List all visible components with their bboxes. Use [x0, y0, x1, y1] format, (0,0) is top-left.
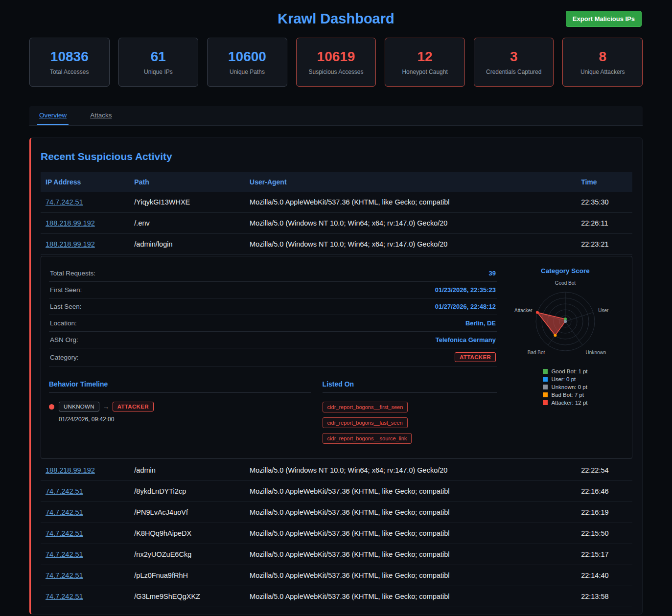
export-malicious-ips-button[interactable]: Export Malicious IPs — [566, 11, 642, 27]
field-value: 01/23/2026, 22:35:23 — [435, 286, 496, 294]
legend-item: Unknown: 0 pt — [543, 384, 587, 390]
path-cell: /8ykdLnDYTi2cp — [129, 481, 245, 502]
detail-field-total-requests: Total Requests: 39 — [49, 265, 497, 282]
stat-card-unique-ips: 61 Unique IPs — [118, 38, 199, 87]
stat-label: Total Accesses — [50, 68, 89, 75]
detail-field-first-seen: First Seen: 01/23/2026, 22:35:23 — [49, 282, 497, 298]
ip-link[interactable]: 74.7.242.51 — [46, 571, 83, 579]
ua-cell: Mozilla/5.0 AppleWebKit/537.36 (KHTML, l… — [245, 586, 576, 607]
listed-on-badges: cidr_report_bogons__first_seen cidr_repo… — [323, 402, 497, 444]
legend-item: Good Bot: 1 pt — [543, 368, 587, 374]
table-row[interactable]: 74.7.242.51 /PN9LvAcJ4uoVf Mozilla/5.0 A… — [41, 502, 632, 523]
path-cell: /pLz0Fnua9fRhH — [129, 565, 245, 586]
listed-on-chip[interactable]: cidr_report_bogons__first_seen — [323, 402, 408, 412]
listed-on-chip[interactable]: cidr_report_bogons__source_link — [323, 433, 412, 444]
stat-card-unique-paths: 10600 Unique Paths — [207, 38, 287, 87]
stat-value: 10600 — [228, 49, 266, 65]
field-value: Berlin, DE — [465, 319, 496, 327]
time-cell: 22:16:46 — [576, 481, 632, 502]
ip-link[interactable]: 74.7.242.51 — [46, 198, 83, 206]
path-cell: /admin/login — [129, 234, 245, 255]
field-label: Category: — [50, 354, 79, 361]
table-row[interactable]: 74.7.242.51 /pLz0Fnua9fRhH Mozilla/5.0 A… — [41, 565, 632, 586]
stat-label: Honeypot Caught — [402, 68, 447, 75]
field-label: ASN Org: — [50, 336, 78, 343]
legend-swatch-bad-bot — [543, 392, 548, 397]
ip-link[interactable]: 74.7.242.51 — [46, 550, 83, 558]
ua-cell: Mozilla/5.0 (Windows NT 10.0; Win64; x64… — [245, 234, 576, 255]
tab-overview[interactable]: Overview — [37, 106, 69, 125]
ua-cell: Mozilla/5.0 AppleWebKit/537.36 (KHTML, l… — [245, 565, 576, 586]
time-cell: 22:13:58 — [576, 586, 632, 607]
table-row[interactable]: 74.7.242.51 /YiqykGI13WHXE Mozilla/5.0 A… — [41, 192, 632, 213]
legend-swatch-user — [543, 377, 548, 382]
behavior-timeline-section: Behavior Timeline UNKNOWN → ATTACKER 01/… — [49, 380, 311, 444]
stat-value: 12 — [417, 49, 433, 65]
stat-label: Unique Paths — [230, 68, 265, 75]
legend-swatch-attacker — [543, 400, 548, 405]
path-cell: /G3Lme9ShEQgXKZ — [129, 586, 245, 607]
svg-text:Unknown: Unknown — [586, 350, 606, 355]
col-header-ip: IP Address — [41, 172, 129, 192]
activity-table-continued: 188.218.99.192 /admin Mozilla/5.0 (Windo… — [41, 460, 632, 607]
tab-attacks[interactable]: Attacks — [88, 106, 114, 125]
table-row[interactable]: 74.7.242.51 /8ykdLnDYTi2cp Mozilla/5.0 A… — [41, 481, 632, 502]
field-value: 01/27/2026, 22:48:12 — [435, 303, 496, 310]
legend-swatch-unknown — [543, 385, 548, 389]
header: Krawl Dashboard Export Malicious IPs — [29, 0, 643, 28]
detail-field-asn-org: ASN Org: Telefonica Germany — [49, 332, 497, 348]
ip-link[interactable]: 188.218.99.192 — [46, 466, 95, 474]
ua-cell: Mozilla/5.0 AppleWebKit/537.36 (KHTML, l… — [245, 481, 576, 502]
legend-label: Unknown: 0 pt — [551, 384, 587, 390]
ip-link[interactable]: 74.7.242.51 — [46, 593, 83, 600]
legend-swatch-good-bot — [543, 369, 548, 374]
ip-link[interactable]: 188.218.99.192 — [46, 240, 95, 248]
path-cell: /PN9LvAcJ4uoVf — [129, 502, 245, 523]
ua-cell: Mozilla/5.0 AppleWebKit/537.36 (KHTML, l… — [245, 192, 576, 213]
radar-chart-svg: Good BotUserUnknownBad BotAttacker — [507, 276, 624, 363]
legend-item: User: 0 pt — [543, 376, 587, 382]
table-row[interactable]: 188.218.99.192 /.env Mozilla/5.0 (Window… — [41, 213, 632, 234]
detail-field-last-seen: Last Seen: 01/27/2026, 22:48:12 — [49, 298, 497, 315]
radar-chart-title: Category Score — [541, 267, 590, 274]
legend-label: Attacker: 12 pt — [551, 400, 587, 406]
radar-legend: Good Bot: 1 pt User: 0 pt Unknown: 0 pt … — [543, 366, 587, 408]
time-cell: 22:22:54 — [576, 460, 632, 481]
table-row[interactable]: 74.7.242.51 /G3Lme9ShEQgXKZ Mozilla/5.0 … — [41, 586, 632, 607]
dashboard-page: Krawl Dashboard Export Malicious IPs 108… — [0, 0, 672, 616]
ip-link[interactable]: 74.7.242.51 — [46, 508, 83, 516]
listed-on-title: Listed On — [323, 380, 497, 393]
recent-suspicious-activity-panel: Recent Suspicious Activity IP Address Pa… — [29, 137, 643, 615]
stat-value: 3 — [510, 49, 518, 65]
col-header-time: Time — [576, 172, 632, 192]
col-header-ua: User-Agent — [245, 172, 576, 192]
table-row[interactable]: 74.7.242.51 /K8HQq9hAipeDX Mozilla/5.0 A… — [41, 523, 632, 544]
category-badge: ATTACKER — [455, 352, 496, 362]
stat-card-credentials-captured: 3 Credentials Captured — [474, 38, 554, 87]
ip-link[interactable]: 74.7.242.51 — [46, 487, 83, 495]
time-cell: 22:14:40 — [576, 565, 632, 586]
table-row[interactable]: 74.7.242.51 /nx2yUOZuE6Ckg Mozilla/5.0 A… — [41, 544, 632, 565]
stat-value: 10619 — [317, 49, 355, 65]
ua-cell: Mozilla/5.0 AppleWebKit/537.36 (KHTML, l… — [245, 502, 576, 523]
stat-card-honeypot-caught: 12 Honeypot Caught — [385, 38, 465, 87]
legend-item: Attacker: 12 pt — [543, 400, 587, 406]
table-row[interactable]: 188.218.99.192 /admin/login Mozilla/5.0 … — [41, 234, 632, 255]
time-cell: 22:26:11 — [576, 213, 632, 234]
listed-on-section: Listed On cidr_report_bogons__first_seen… — [323, 380, 497, 444]
time-cell: 22:15:50 — [576, 523, 632, 544]
svg-text:User: User — [598, 308, 609, 313]
listed-on-chip[interactable]: cidr_report_bogons__last_seen — [323, 417, 408, 428]
field-label: Total Requests: — [50, 270, 95, 277]
ip-link[interactable]: 188.218.99.192 — [46, 219, 95, 227]
stats-row: 10836 Total Accesses 61 Unique IPs 10600… — [29, 38, 643, 87]
col-header-path: Path — [129, 172, 245, 192]
table-row[interactable]: 188.218.99.192 /admin Mozilla/5.0 (Windo… — [41, 460, 632, 481]
field-value: Telefonica Germany — [436, 336, 496, 343]
stat-label: Unique Attackers — [580, 68, 625, 75]
timeline-entry: UNKNOWN → ATTACKER — [49, 402, 311, 411]
stat-card-total-accesses: 10836 Total Accesses — [29, 38, 110, 87]
ip-link[interactable]: 74.7.242.51 — [46, 529, 83, 537]
stat-label: Unique IPs — [144, 68, 173, 75]
stat-value: 8 — [599, 49, 606, 65]
